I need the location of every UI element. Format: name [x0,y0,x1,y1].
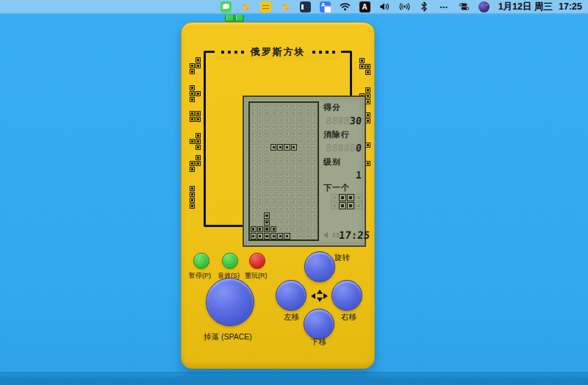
control-center-icon[interactable] [459,1,470,12]
empty-cell [277,219,284,226]
menu-clock[interactable]: 1月12日 周三 17:25 [498,1,582,13]
empty-cell [270,212,277,219]
sound-button[interactable] [222,253,238,269]
next-label: 下一个 [323,182,362,193]
block-cell [270,226,277,232]
empty-cell [311,219,318,226]
more-icon[interactable]: ••• [439,1,450,12]
empty-cell [290,137,297,144]
rotate-label: 旋转 [334,253,350,263]
next-block-cell [338,201,346,209]
empty-cell [284,157,290,164]
block-cell [263,226,270,232]
empty-cell [311,151,318,157]
empty-cell [257,192,263,198]
empty-cell [290,219,297,226]
empty-cell [270,185,277,192]
empty-cell [270,198,277,205]
empty-cell [304,226,311,232]
empty-cell [257,103,263,109]
empty-cell [304,137,311,144]
bluetooth-icon[interactable] [419,1,430,12]
move-down-label: 下移 [311,337,326,348]
empty-cell [250,157,257,164]
move-down-button[interactable] [304,309,334,339]
empty-cell [277,185,284,192]
swap-icon[interactable] [240,1,251,12]
block-cell [270,144,277,151]
pause-button[interactable] [193,253,209,269]
empty-cell [304,185,311,192]
input-a-icon[interactable]: A [359,1,370,12]
empty-cell [311,117,318,123]
empty-cell [297,212,304,219]
translate-icon[interactable] [320,1,331,12]
empty-cell [311,144,318,151]
empty-cell [297,117,304,123]
empty-cell [277,206,284,212]
score-label: 得分 [323,102,362,113]
empty-cell [257,157,263,164]
empty-cell [284,185,290,192]
empty-cell [311,109,318,116]
empty-cell [263,123,270,130]
menu-time[interactable]: 17:25 [559,1,582,12]
volume-icon[interactable] [379,1,390,12]
empty-cell [263,109,270,116]
empty-cell [297,137,304,144]
empty-cell [257,109,263,116]
empty-cell [257,206,263,212]
hotspot-icon[interactable] [399,1,410,12]
wechat-icon[interactable] [220,1,232,12]
empty-cell [263,192,270,198]
level-label: 级别 [323,156,362,168]
empty-cell [257,185,263,192]
restart-button[interactable] [249,253,265,269]
empty-cell [297,171,304,178]
empty-cell [297,103,304,109]
terminal-icon[interactable] [300,1,311,12]
empty-cell [304,178,311,184]
empty-cell [250,198,257,205]
empty-cell [277,226,284,232]
empty-cell [290,165,297,171]
empty-cell [263,157,270,164]
empty-cell [263,151,270,157]
move-left-label: 左移 [284,312,299,323]
notes-icon[interactable] [260,1,271,12]
empty-cell [263,117,270,123]
empty-cell [257,219,263,226]
empty-cell [277,198,284,205]
empty-cell [284,151,290,157]
empty-cell [297,233,304,240]
lcd-clock-row: 17:25 [323,229,362,241]
empty-cell [311,165,318,171]
dpad-arrows-icon [313,289,326,302]
drop-button[interactable] [206,278,254,326]
lines-value: 888880 [323,142,362,154]
empty-cell [304,165,311,171]
purple-app-icon[interactable] [478,1,490,12]
empty-cell [277,192,284,198]
decor-tetromino [189,154,201,172]
move-left-button[interactable] [276,280,306,311]
rotate-button[interactable] [304,251,335,282]
empty-cell [250,151,257,157]
empty-cell [263,130,270,137]
empty-cell [290,233,297,240]
swap-icon[interactable] [280,1,291,12]
empty-cell [304,212,311,219]
next-block-cell [338,193,346,201]
move-right-button[interactable] [331,280,362,311]
empty-cell [263,171,270,178]
empty-cell [257,144,263,151]
wifi-icon[interactable] [340,1,351,12]
block-cell [263,233,270,240]
empty-cell [290,171,297,178]
empty-cell [284,219,290,226]
block-cell [263,212,270,219]
empty-cell [304,151,311,157]
next-piece-grid [330,193,362,209]
menu-date[interactable]: 1月12日 周三 [498,1,553,13]
decor-tetromino [189,57,201,74]
